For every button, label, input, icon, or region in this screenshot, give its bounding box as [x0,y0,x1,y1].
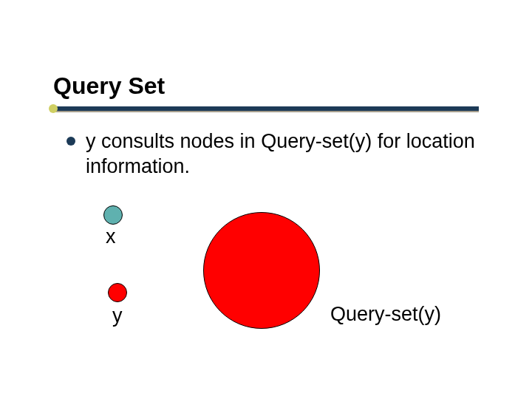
query-set-label: Query-set(y) [330,303,441,326]
title-accent-dot-icon [49,104,58,113]
bullet-text: y consults nodes in Query-set(y) for loc… [86,129,480,180]
bullet-dot-icon [66,137,75,146]
node-x-label: x [106,225,116,248]
query-set-circle-icon [203,212,320,329]
title-underline-shadow [53,111,479,112]
node-x-icon [103,205,123,225]
slide: Query Set y consults nodes in Query-set(… [0,0,532,399]
node-y-label: y [112,304,123,327]
slide-title: Query Set [53,72,165,100]
bullet-item: y consults nodes in Query-set(y) for loc… [66,129,480,180]
node-y-icon [108,283,127,302]
bullet-list: y consults nodes in Query-set(y) for loc… [66,129,480,180]
